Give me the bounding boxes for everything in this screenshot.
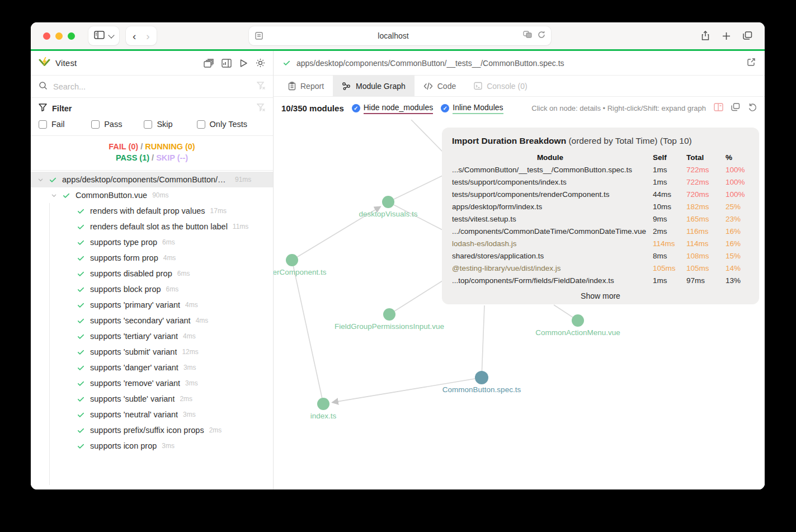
filter-checkbox-fail[interactable]: Fail	[39, 120, 91, 129]
pass-check-icon	[77, 207, 85, 215]
node-modules-legend-icon[interactable]	[714, 103, 723, 114]
tab-module-graph[interactable]: Module Graph	[333, 76, 415, 96]
test-row[interactable]: supports 'tertiary' variant4ms	[31, 328, 273, 344]
sidebar-toggle-button[interactable]	[88, 26, 119, 45]
share-icon[interactable]	[701, 31, 710, 41]
graph-node-desktopvisuals-ts[interactable]	[382, 196, 394, 208]
filter-checkbox-only-tests[interactable]: Only Tests	[197, 120, 265, 129]
graph-node-rendercomponent-ts[interactable]	[286, 254, 298, 266]
self-cell: 44ms	[653, 189, 682, 201]
test-row[interactable]: supports prefix/suffix icon props2ms	[31, 422, 273, 438]
test-row[interactable]: supports type prop6ms	[31, 234, 273, 250]
checkbox-unchecked-icon[interactable]	[91, 120, 100, 129]
graph-node-label: index.ts	[310, 412, 337, 420]
filter-checkbox-pass[interactable]: Pass	[91, 120, 144, 129]
filter-checkbox-skip[interactable]: Skip	[144, 120, 196, 129]
total-cell: 105ms	[686, 262, 721, 275]
reset-graph-icon[interactable]	[748, 103, 757, 114]
pass-check-icon	[77, 270, 85, 278]
graph-node-commonactionmenu-vue[interactable]	[572, 314, 584, 327]
graph-node-index-ts[interactable]	[317, 398, 329, 410]
test-row[interactable]: supports 'submit' variant12ms	[31, 344, 273, 360]
search-input[interactable]: Search...	[53, 82, 251, 91]
test-row[interactable]: supports 'secondary' variant4ms	[31, 313, 273, 328]
pass-check-icon	[77, 348, 85, 356]
graph-edge	[411, 120, 443, 152]
module-graph-canvas[interactable]: desktopVisuals.tsrenderComponent.tsField…	[274, 120, 765, 489]
graph-node-label: desktopVisuals.ts	[359, 210, 418, 218]
test-row[interactable]: renders default slot as the button label…	[31, 219, 273, 234]
back-button[interactable]: ‹	[133, 31, 136, 41]
close-window-button[interactable]	[43, 32, 50, 40]
test-row[interactable]: supports 'primary' variant4ms	[31, 297, 273, 313]
details-pane: apps/desktop/components/CommonButton/__t…	[274, 51, 765, 489]
reader-view-icon[interactable]	[255, 32, 263, 40]
chevron-down-icon[interactable]	[51, 192, 57, 199]
forward-button[interactable]: ›	[146, 31, 149, 41]
zoom-window-button[interactable]	[68, 32, 75, 40]
checkbox-unchecked-icon[interactable]	[197, 120, 205, 129]
self-cell: 1ms	[653, 275, 682, 287]
graph-node-commonbutton-spec-ts[interactable]	[475, 371, 488, 384]
tab-report[interactable]: Report	[279, 76, 333, 96]
pass-check-icon	[77, 364, 85, 372]
checkbox-checked-icon[interactable]: ✓	[352, 104, 360, 112]
test-row[interactable]: supports icon prop3ms	[31, 438, 273, 454]
hide-node-modules-toggle[interactable]: ✓ Hide node_modules	[352, 103, 434, 114]
pass-check-icon	[77, 332, 85, 341]
graph-node-label: FieldGroupPermissionsInput.vue	[335, 322, 444, 331]
pct-cell: 100%	[726, 176, 749, 189]
dashboard-icon[interactable]	[204, 59, 214, 68]
pct-cell: 16%	[726, 238, 749, 250]
graph-node-fieldgrouppermissionsinput-vue[interactable]	[383, 308, 395, 321]
graph-node-label: CommonButton.spec.ts	[442, 385, 521, 394]
pass-check-icon	[77, 379, 85, 388]
new-tab-icon[interactable]	[722, 32, 731, 40]
pct-cell: 16%	[726, 225, 749, 238]
test-row[interactable]: supports 'danger' variant3ms	[31, 360, 273, 375]
graph-edge	[389, 281, 442, 314]
report-view-icon[interactable]	[222, 59, 232, 68]
show-more-button[interactable]: Show more	[452, 291, 749, 300]
nav-buttons: ‹ ›	[126, 26, 157, 45]
checkbox-unchecked-icon[interactable]	[144, 120, 152, 129]
tab-overview-icon[interactable]	[743, 31, 752, 40]
total-cell: 722ms	[686, 176, 721, 189]
test-row[interactable]: supports 'remove' variant3ms	[31, 375, 273, 391]
test-row[interactable]: renders with default prop values17ms	[31, 203, 273, 219]
graph-hint: Click on node: details • Right-click/Shi…	[531, 104, 706, 112]
self-cell: 105ms	[653, 262, 682, 275]
url-text[interactable]: localhost	[263, 31, 523, 40]
test-file-row[interactable]: apps/desktop/components/CommonButton/__t…	[31, 172, 273, 187]
inline-modules-toggle[interactable]: ✓ Inline Modules	[441, 103, 503, 114]
test-row[interactable]: supports form prop4ms	[31, 250, 273, 266]
self-cell: 1ms	[653, 164, 682, 176]
reload-icon[interactable]	[538, 31, 545, 41]
export-graph-icon[interactable]	[731, 103, 740, 114]
graph-edge	[292, 260, 323, 404]
checkbox-unchecked-icon[interactable]	[39, 120, 47, 129]
breakdown-table: Module Self Total % ...s/CommonButton/__…	[452, 152, 749, 287]
file-name: apps/desktop/components/CommonButton/__t…	[62, 175, 230, 184]
theme-toggle-icon[interactable]	[256, 58, 265, 68]
suite-name: CommonButton.vue	[76, 191, 147, 200]
clear-filter-icon[interactable]	[257, 103, 265, 113]
clear-search-filter-icon[interactable]	[257, 82, 265, 92]
address-bar[interactable]: localhost	[249, 26, 551, 45]
checkbox-checked-icon[interactable]: ✓	[441, 104, 449, 112]
test-row[interactable]: supports block prop6ms	[31, 281, 273, 297]
extensions-icon[interactable]	[523, 31, 533, 41]
tab-code[interactable]: Code	[415, 76, 465, 96]
minimize-window-button[interactable]	[55, 32, 63, 40]
total-cell: 116ms	[686, 225, 721, 238]
run-all-icon[interactable]	[239, 59, 248, 68]
test-row[interactable]: supports 'subtle' variant2ms	[31, 391, 273, 407]
test-row[interactable]: supports disabled prop6ms	[31, 266, 273, 281]
tab-console[interactable]: Console (0)	[465, 76, 536, 96]
chevron-down-icon[interactable]	[37, 177, 44, 183]
test-row[interactable]: supports 'neutral' variant3ms	[31, 407, 273, 422]
column-header-module: Module	[452, 152, 648, 164]
filter-icon	[39, 103, 47, 113]
open-in-editor-icon[interactable]	[747, 58, 756, 68]
test-suite-row[interactable]: CommonButton.vue 90ms	[31, 187, 273, 203]
